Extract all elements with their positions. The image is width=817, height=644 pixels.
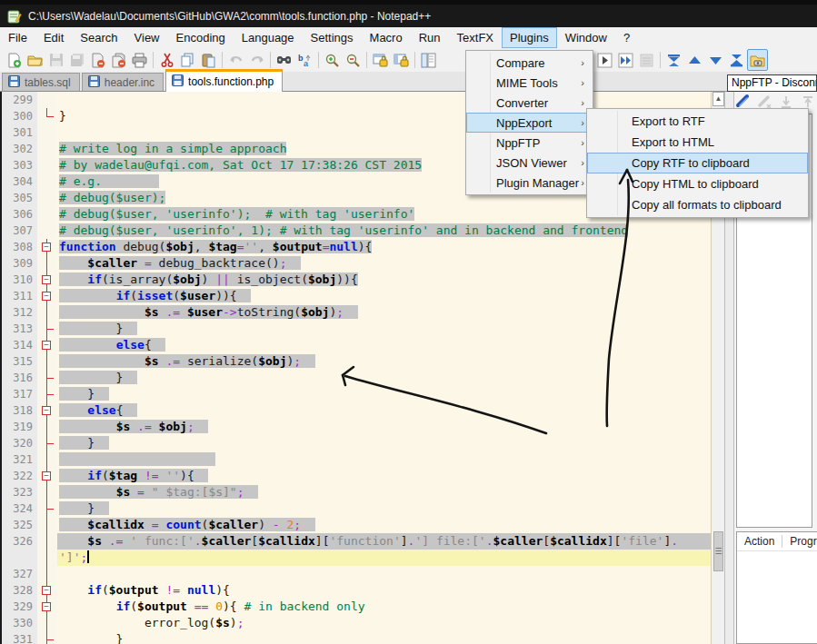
menu-item-label: NppFTP [496, 136, 540, 150]
menu-item-export-to-rtf[interactable]: Export to RTF [587, 111, 808, 132]
zoom-in-icon[interactable] [322, 49, 343, 71]
menubar-item-language[interactable]: Language [234, 27, 303, 48]
copy-icon[interactable] [177, 49, 198, 71]
fold-collapse-icon[interactable]: − [42, 275, 51, 284]
code-text[interactable]: } [57, 370, 711, 386]
macro-save-icon[interactable] [636, 49, 657, 71]
code-text[interactable]: function debug($obj, $tag='', $output=nu… [57, 239, 711, 255]
menubar-item-settings[interactable]: Settings [303, 27, 362, 48]
sync-vertical-icon[interactable] [370, 49, 391, 71]
code-text[interactable]: ']'; [57, 550, 711, 566]
menu-item-label: Copy RTF to clipboard [632, 156, 750, 170]
code-line: 329− if($output == 0){ # in backend only [2, 599, 711, 615]
code-text[interactable]: } [57, 435, 711, 451]
toolbar-separator [660, 52, 661, 68]
selected-text: # write log in a simple approach [59, 142, 286, 155]
menubar-item-[interactable]: ? [615, 27, 638, 48]
find-icon[interactable] [274, 49, 294, 71]
cut-icon[interactable] [156, 49, 177, 71]
menubar-item-textfx[interactable]: TextFX [449, 27, 502, 48]
doc-switcher-icon[interactable] [418, 49, 439, 71]
code-text[interactable]: } [57, 500, 711, 517]
close-all-icon[interactable] [108, 49, 129, 71]
menubar-item-window[interactable]: Window [557, 27, 615, 48]
tab-tools-function-php[interactable]: tools.function.php [165, 69, 283, 92]
menu-item-copy-rtf-to-clipboard[interactable]: Copy RTF to clipboard [587, 153, 808, 173]
undo-icon[interactable] [225, 49, 246, 71]
code-text[interactable]: $caller = debug_backtrace(); [57, 255, 711, 272]
code-text[interactable]: } [57, 631, 711, 644]
menubar-item-search[interactable]: Search [72, 27, 125, 48]
tab-tables-sql[interactable]: tables.sql [2, 73, 80, 91]
menu-item-compare[interactable]: Compare› [466, 53, 593, 73]
scroll-up-arrow-icon[interactable]: ▲ [712, 92, 724, 106]
code-text[interactable]: $s .= $user->toString($obj); [57, 304, 711, 321]
redo-icon[interactable] [246, 49, 267, 71]
code-text[interactable]: if($tag != ''){ [57, 468, 711, 484]
new-file-icon[interactable] [4, 49, 25, 71]
fold-collapse-icon[interactable]: − [42, 406, 51, 415]
code-text[interactable]: $callidx = count($caller) - 2; [57, 517, 711, 533]
fold-collapse-icon[interactable]: − [42, 586, 51, 595]
menu-item-nppftp[interactable]: NppFTP› [466, 133, 593, 153]
code-text[interactable]: # debug($user, 'userinfo', 1); # with ta… [57, 223, 711, 239]
code-text[interactable]: if(isset($user)){ [57, 288, 711, 304]
code-text[interactable]: } [57, 386, 711, 402]
macro-run-multiple-icon[interactable] [615, 49, 636, 71]
menubar-item-macro[interactable]: Macro [362, 27, 411, 48]
code-text[interactable]: error_log($s); [57, 615, 711, 631]
menubar-item-run[interactable]: Run [411, 27, 449, 48]
code-text[interactable] [57, 451, 711, 468]
menubar-item-edit[interactable]: Edit [35, 27, 72, 48]
code-text[interactable]: $s .= $obj; [57, 419, 711, 435]
fold-collapse-icon[interactable]: − [42, 292, 51, 301]
save-icon[interactable] [45, 49, 66, 71]
menu-item-converter[interactable]: Converter› [466, 93, 593, 113]
code-text[interactable]: if($output == 0){ # in backend only [57, 599, 711, 615]
code-text[interactable] [57, 566, 711, 582]
code-text[interactable]: $s .= serialize($obj); [57, 353, 711, 370]
code-text[interactable]: else{ [57, 337, 711, 353]
code-text[interactable]: $s = " $tag:[$s]"; [57, 484, 711, 500]
tab-header-inc[interactable]: header.inc [82, 73, 164, 91]
menu-item-nppexport[interactable]: NppExport› [466, 113, 593, 133]
jump-last-icon[interactable] [726, 49, 747, 71]
jump-up-icon[interactable] [684, 49, 705, 71]
sync-horizontal-icon[interactable] [391, 49, 412, 71]
paste-icon[interactable] [198, 49, 219, 71]
code-text[interactable]: $s .= ' func:['.$caller[$callidx]['funct… [57, 533, 711, 550]
code-text[interactable]: else{ [57, 402, 711, 419]
queue-column-progress[interactable]: Progre [782, 535, 817, 548]
scrollbar-thumb[interactable]: ☰ [713, 531, 723, 571]
menubar-item-file[interactable]: File [0, 27, 35, 48]
menu-item-json-viewer[interactable]: JSON Viewer› [466, 153, 593, 173]
jump-down-icon[interactable] [705, 49, 726, 71]
fold-collapse-icon[interactable]: − [42, 471, 51, 481]
menu-item-export-to-html[interactable]: Export to HTML [587, 132, 808, 153]
print-icon[interactable] [129, 49, 150, 71]
menu-item-plugin-manager[interactable]: Plugin Manager› [466, 173, 593, 193]
close-icon[interactable] [87, 49, 108, 71]
menu-item-copy-html-to-clipboard[interactable]: Copy HTML to clipboard [587, 173, 808, 194]
macro-play-icon[interactable] [594, 49, 615, 71]
menu-item-copy-all-formats-to-clipboard[interactable]: Copy all formats to clipboard [587, 194, 808, 215]
fold-collapse-icon[interactable]: − [42, 602, 51, 611]
open-folder-icon[interactable] [25, 49, 45, 71]
show-nppftp-window-icon[interactable] [747, 49, 768, 71]
replace-icon[interactable]: ba [294, 49, 315, 71]
zoom-out-icon[interactable] [343, 49, 364, 71]
menubar-item-encoding[interactable]: Encoding [168, 27, 234, 48]
fold-collapse-icon[interactable]: − [42, 341, 51, 350]
jump-first-icon[interactable] [663, 49, 684, 71]
code-text[interactable]: if($output != null){ [57, 582, 711, 599]
code-text[interactable]: } [57, 321, 711, 337]
fold-margin [37, 157, 57, 173]
queue-column-action[interactable]: Action [737, 535, 782, 548]
code-text[interactable]: if(is_array($obj) || is_object($obj)){ [57, 272, 711, 288]
fold-collapse-icon[interactable]: − [42, 243, 51, 252]
menu-item-mime-tools[interactable]: MIME Tools› [466, 73, 593, 93]
code-text[interactable] [57, 92, 711, 108]
save-all-icon[interactable] [66, 49, 87, 71]
menubar-item-plugins[interactable]: Plugins [502, 27, 557, 48]
menubar-item-view[interactable]: View [126, 27, 168, 48]
